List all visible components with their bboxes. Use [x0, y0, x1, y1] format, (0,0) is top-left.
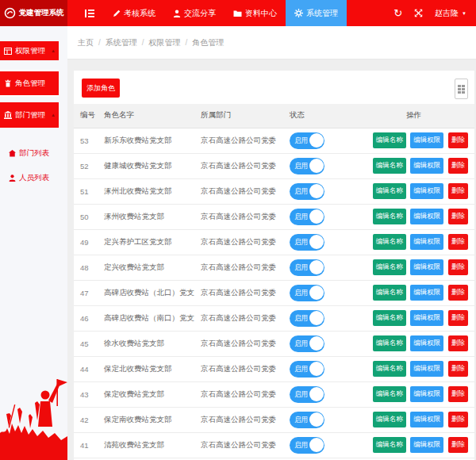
dept-list-icon	[9, 150, 16, 157]
menu-toggle-icon[interactable]	[75, 0, 104, 26]
edit-name-button[interactable]: 编辑名称	[373, 361, 406, 377]
role-department: 京石高速公路公司党委	[194, 305, 283, 331]
edit-name-button[interactable]: 编辑名称	[373, 158, 406, 174]
edit-permission-button[interactable]: 编辑权限	[410, 183, 443, 199]
edit-permission-button[interactable]: 编辑权限	[410, 361, 443, 377]
status-label: 启用	[294, 183, 308, 200]
breadcrumb-home[interactable]: 主页	[78, 37, 94, 48]
nav-item-assessment[interactable]: 考核系统	[104, 0, 164, 26]
breadcrumb-system[interactable]: 系统管理	[106, 37, 137, 48]
sidebar-item-departments[interactable]: 部门管理 ▲	[0, 102, 59, 128]
edit-permission-button[interactable]: 编辑权限	[410, 158, 443, 174]
status-toggle[interactable]: 启用	[290, 234, 324, 251]
caret-icon: ▲	[51, 48, 56, 53]
delete-button[interactable]: 删除	[448, 310, 468, 326]
col-department: 所属部门	[194, 104, 283, 128]
caret-icon: ▲	[51, 113, 56, 117]
status-toggle[interactable]: 启用	[290, 209, 324, 225]
toggle-knob	[309, 209, 324, 224]
status-toggle[interactable]: 启用	[290, 259, 324, 276]
edit-name-button[interactable]: 编辑名称	[373, 335, 406, 351]
delete-button[interactable]: 删除	[448, 412, 468, 427]
sidebar-item-roles[interactable]: 角色管理	[0, 70, 59, 97]
role-name: 高碑店收费站（南口）党支部	[98, 305, 194, 331]
edit-permission-button[interactable]: 编辑权限	[410, 386, 443, 402]
edit-permission-button[interactable]: 编辑权限	[410, 412, 443, 427]
edit-name-button[interactable]: 编辑名称	[373, 386, 406, 402]
role-name: 健康城收费站党支部	[98, 153, 194, 178]
status-toggle[interactable]: 启用	[290, 361, 324, 378]
delete-button[interactable]: 删除	[448, 183, 468, 199]
edit-name-button[interactable]: 编辑名称	[373, 412, 406, 427]
edit-name-button[interactable]: 编辑名称	[373, 285, 406, 301]
delete-button[interactable]: 删除	[448, 158, 468, 174]
edit-permission-button[interactable]: 编辑权限	[410, 285, 443, 301]
table-row: 44 保定北收费站党支部 京石高速公路公司党委 启用 编辑名称	[74, 356, 474, 381]
toggle-knob	[309, 412, 324, 427]
role-id: 51	[74, 178, 98, 204]
delete-button[interactable]: 删除	[448, 361, 468, 377]
edit-permission-button[interactable]: 编辑权限	[410, 132, 443, 148]
user-name: 赵吉隆	[435, 8, 459, 19]
edit-permission-button[interactable]: 编辑权限	[410, 234, 443, 250]
role-department: 京石高速公路公司党委	[194, 128, 283, 153]
edit-permission-button[interactable]: 编辑权限	[410, 335, 443, 351]
status-toggle[interactable]: 启用	[290, 335, 324, 352]
gear-icon	[294, 9, 303, 17]
edit-permission-button[interactable]: 编辑权限	[410, 310, 443, 326]
col-role-name: 角色名字	[98, 104, 194, 128]
app-root: 党建管理系统 考核系统 交流分享 资料中心	[0, 0, 476, 460]
edit-name-button[interactable]: 编辑名称	[373, 437, 406, 453]
status-toggle[interactable]: 启用	[290, 310, 324, 327]
edit-permission-button[interactable]: 编辑权限	[410, 437, 443, 453]
breadcrumb-permissions[interactable]: 权限管理	[149, 37, 181, 48]
user-menu[interactable]: 赵吉隆 ▼	[435, 8, 466, 19]
status-toggle[interactable]: 启用	[290, 386, 324, 403]
sidebar-subitem-person-list[interactable]: 人员列表	[0, 170, 67, 186]
sidebar-subitem-dept-list[interactable]: 部门列表	[0, 145, 67, 161]
app-title: 党建管理系统	[19, 8, 64, 18]
edit-permission-button[interactable]: 编辑权限	[410, 209, 443, 224]
permissions-icon	[4, 48, 12, 55]
role-name: 定兴收费站党支部	[98, 255, 194, 280]
status-toggle[interactable]: 启用	[290, 437, 324, 454]
header-actions: ↻ 赵吉隆 ▼	[393, 0, 476, 26]
status-toggle[interactable]: 启用	[290, 412, 324, 428]
main-area: 主页 / 系统管理 / 权限管理 / 角色管理 添加角色	[67, 26, 476, 460]
breadcrumb: 主页 / 系统管理 / 权限管理 / 角色管理	[67, 26, 476, 59]
delete-button[interactable]: 删除	[448, 259, 468, 275]
panel-toolbar: 添加角色	[74, 71, 474, 104]
column-toggle-button[interactable]	[455, 79, 468, 99]
fullscreen-icon[interactable]	[414, 9, 423, 17]
delete-button[interactable]: 删除	[448, 285, 468, 301]
delete-button[interactable]: 删除	[448, 209, 468, 224]
edit-name-button[interactable]: 编辑名称	[373, 132, 406, 148]
edit-name-button[interactable]: 编辑名称	[373, 209, 406, 224]
status-toggle[interactable]: 启用	[290, 158, 324, 174]
delete-button[interactable]: 删除	[448, 386, 468, 402]
edit-name-button[interactable]: 编辑名称	[373, 310, 406, 326]
role-department: 京石高速公路公司党委	[194, 280, 283, 305]
edit-name-button[interactable]: 编辑名称	[373, 234, 406, 250]
edit-name-button[interactable]: 编辑名称	[373, 259, 406, 275]
nav-item-share[interactable]: 交流分享	[164, 0, 225, 26]
status-toggle[interactable]: 启用	[290, 183, 324, 200]
person-list-icon	[9, 174, 16, 182]
nav-item-materials[interactable]: 资料中心	[225, 0, 286, 26]
delete-button[interactable]: 删除	[448, 335, 468, 351]
delete-button[interactable]: 删除	[448, 234, 468, 250]
delete-button[interactable]: 删除	[448, 437, 468, 453]
status-toggle[interactable]: 启用	[290, 285, 324, 301]
delete-button[interactable]: 删除	[448, 132, 468, 148]
role-name: 涿州北收费站党支部	[98, 178, 194, 204]
nav-item-system[interactable]: 系统管理	[286, 0, 347, 26]
role-name: 保定南收费站党支部	[98, 407, 194, 432]
role-department: 京石高速公路公司党委	[194, 229, 283, 255]
refresh-icon[interactable]: ↻	[393, 8, 402, 18]
add-role-button[interactable]: 添加角色	[82, 79, 120, 98]
status-toggle[interactable]: 启用	[290, 132, 324, 149]
edit-permission-button[interactable]: 编辑权限	[410, 259, 443, 275]
sidebar-item-permissions[interactable]: 权限管理 ▲	[0, 41, 59, 60]
role-name: 涿州收费站党支部	[98, 204, 194, 229]
edit-name-button[interactable]: 编辑名称	[373, 183, 406, 199]
